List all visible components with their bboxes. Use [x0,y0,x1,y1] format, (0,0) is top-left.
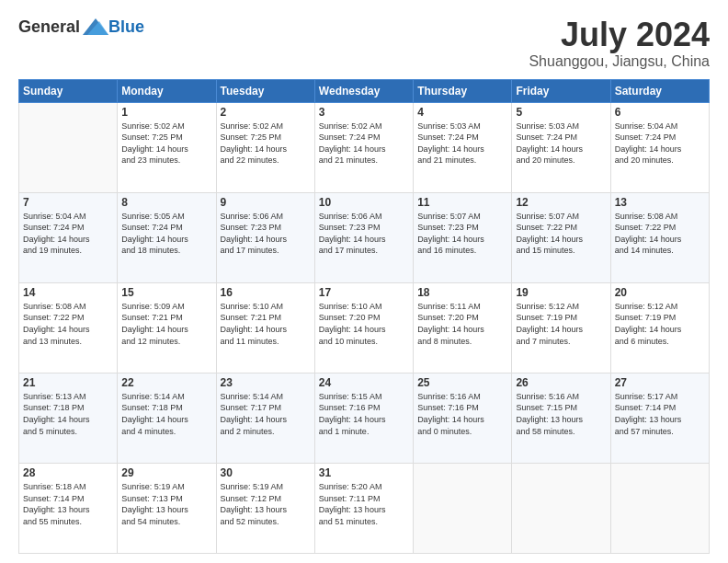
calendar-cell: 11Sunrise: 5:07 AM Sunset: 7:23 PM Dayli… [414,192,512,282]
day-info: Sunrise: 5:10 AM Sunset: 7:21 PM Dayligh… [221,301,311,347]
calendar-cell: 1Sunrise: 5:02 AM Sunset: 7:25 PM Daylig… [118,102,216,192]
day-info: Sunrise: 5:04 AM Sunset: 7:24 PM Dayligh… [615,121,705,167]
day-number: 15 [121,286,211,299]
calendar-cell: 6Sunrise: 5:04 AM Sunset: 7:24 PM Daylig… [610,102,709,192]
day-number: 10 [319,196,409,209]
calendar-cell: 30Sunrise: 5:19 AM Sunset: 7:12 PM Dayli… [216,463,314,553]
calendar-cell: 10Sunrise: 5:06 AM Sunset: 7:23 PM Dayli… [314,192,413,282]
week-row-3: 14Sunrise: 5:08 AM Sunset: 7:22 PM Dayli… [19,282,710,373]
calendar-cell: 17Sunrise: 5:10 AM Sunset: 7:20 PM Dayli… [314,282,413,373]
day-info: Sunrise: 5:08 AM Sunset: 7:22 PM Dayligh… [23,301,113,347]
weekday-monday: Monday [118,79,216,102]
calendar-cell [610,463,709,553]
calendar-table: SundayMondayTuesdayWednesdayThursdayFrid… [18,79,710,554]
calendar-cell [512,463,610,553]
calendar-cell: 23Sunrise: 5:14 AM Sunset: 7:17 PM Dayli… [216,373,314,463]
week-row-2: 7Sunrise: 5:04 AM Sunset: 7:24 PM Daylig… [19,192,710,282]
calendar-cell: 9Sunrise: 5:06 AM Sunset: 7:23 PM Daylig… [216,192,314,282]
day-number: 9 [221,196,311,209]
day-number: 23 [221,376,311,389]
week-row-5: 28Sunrise: 5:18 AM Sunset: 7:14 PM Dayli… [19,463,710,553]
calendar-cell: 22Sunrise: 5:14 AM Sunset: 7:18 PM Dayli… [118,373,216,463]
calendar-cell: 5Sunrise: 5:03 AM Sunset: 7:24 PM Daylig… [512,102,610,192]
weekday-saturday: Saturday [610,79,709,102]
calendar-cell: 13Sunrise: 5:08 AM Sunset: 7:22 PM Dayli… [610,192,709,282]
day-info: Sunrise: 5:18 AM Sunset: 7:14 PM Dayligh… [23,481,113,527]
calendar-cell: 24Sunrise: 5:15 AM Sunset: 7:16 PM Dayli… [314,373,413,463]
day-number: 29 [121,466,211,479]
day-info: Sunrise: 5:07 AM Sunset: 7:23 PM Dayligh… [417,211,507,257]
calendar-cell: 25Sunrise: 5:16 AM Sunset: 7:16 PM Dayli… [414,373,512,463]
calendar-cell: 2Sunrise: 5:02 AM Sunset: 7:25 PM Daylig… [216,102,314,192]
day-info: Sunrise: 5:08 AM Sunset: 7:22 PM Dayligh… [615,211,705,257]
day-info: Sunrise: 5:11 AM Sunset: 7:20 PM Dayligh… [417,301,507,347]
month-title: July 2024 [529,17,710,53]
day-number: 17 [319,286,409,299]
day-info: Sunrise: 5:15 AM Sunset: 7:16 PM Dayligh… [319,391,409,437]
week-row-1: 1Sunrise: 5:02 AM Sunset: 7:25 PM Daylig… [19,102,710,192]
day-info: Sunrise: 5:05 AM Sunset: 7:24 PM Dayligh… [121,211,211,257]
day-number: 3 [319,106,409,119]
day-number: 28 [23,466,113,479]
calendar-cell: 12Sunrise: 5:07 AM Sunset: 7:22 PM Dayli… [512,192,610,282]
day-number: 2 [221,106,311,119]
header: General Blue July 2024 Shuanggou, Jiangs… [18,17,710,70]
day-number: 4 [417,106,507,119]
day-info: Sunrise: 5:12 AM Sunset: 7:19 PM Dayligh… [516,301,606,347]
day-number: 8 [121,196,211,209]
day-info: Sunrise: 5:02 AM Sunset: 7:24 PM Dayligh… [319,121,409,167]
weekday-friday: Friday [512,79,610,102]
day-number: 20 [615,286,705,299]
calendar-cell: 14Sunrise: 5:08 AM Sunset: 7:22 PM Dayli… [19,282,118,373]
calendar-body: 1Sunrise: 5:02 AM Sunset: 7:25 PM Daylig… [19,102,710,553]
day-info: Sunrise: 5:19 AM Sunset: 7:13 PM Dayligh… [121,481,211,527]
day-info: Sunrise: 5:20 AM Sunset: 7:11 PM Dayligh… [319,481,409,527]
day-info: Sunrise: 5:14 AM Sunset: 7:18 PM Dayligh… [121,391,211,437]
weekday-tuesday: Tuesday [216,79,314,102]
day-info: Sunrise: 5:03 AM Sunset: 7:24 PM Dayligh… [516,121,606,167]
page: General Blue July 2024 Shuanggou, Jiangs… [0,0,728,563]
logo-text: General Blue [18,17,144,37]
day-info: Sunrise: 5:02 AM Sunset: 7:25 PM Dayligh… [121,121,211,167]
day-info: Sunrise: 5:02 AM Sunset: 7:25 PM Dayligh… [221,121,311,167]
calendar-cell: 15Sunrise: 5:09 AM Sunset: 7:21 PM Dayli… [118,282,216,373]
logo-general: General [18,17,80,37]
day-info: Sunrise: 5:07 AM Sunset: 7:22 PM Dayligh… [516,211,606,257]
day-info: Sunrise: 5:17 AM Sunset: 7:14 PM Dayligh… [615,391,705,437]
day-number: 26 [516,376,606,389]
calendar-cell: 31Sunrise: 5:20 AM Sunset: 7:11 PM Dayli… [314,463,413,553]
day-info: Sunrise: 5:14 AM Sunset: 7:17 PM Dayligh… [221,391,311,437]
weekday-sunday: Sunday [19,79,118,102]
day-info: Sunrise: 5:12 AM Sunset: 7:19 PM Dayligh… [615,301,705,347]
logo-blue: Blue [108,17,144,37]
calendar-cell: 8Sunrise: 5:05 AM Sunset: 7:24 PM Daylig… [118,192,216,282]
day-number: 6 [615,106,705,119]
day-number: 7 [23,196,113,209]
day-number: 30 [221,466,311,479]
day-number: 18 [417,286,507,299]
calendar-cell: 20Sunrise: 5:12 AM Sunset: 7:19 PM Dayli… [610,282,709,373]
day-info: Sunrise: 5:10 AM Sunset: 7:20 PM Dayligh… [319,301,409,347]
calendar-cell: 26Sunrise: 5:16 AM Sunset: 7:15 PM Dayli… [512,373,610,463]
calendar-cell: 29Sunrise: 5:19 AM Sunset: 7:13 PM Dayli… [118,463,216,553]
logo: General Blue [18,17,144,37]
logo-icon [83,17,108,37]
day-info: Sunrise: 5:06 AM Sunset: 7:23 PM Dayligh… [221,211,311,257]
day-number: 11 [417,196,507,209]
calendar-cell: 4Sunrise: 5:03 AM Sunset: 7:24 PM Daylig… [414,102,512,192]
day-number: 19 [516,286,606,299]
day-number: 24 [319,376,409,389]
calendar-cell: 21Sunrise: 5:13 AM Sunset: 7:18 PM Dayli… [19,373,118,463]
day-number: 31 [319,466,409,479]
day-number: 14 [23,286,113,299]
day-info: Sunrise: 5:16 AM Sunset: 7:16 PM Dayligh… [417,391,507,437]
location: Shuanggou, Jiangsu, China [529,53,710,70]
calendar-cell [414,463,512,553]
calendar-cell: 27Sunrise: 5:17 AM Sunset: 7:14 PM Dayli… [610,373,709,463]
day-info: Sunrise: 5:19 AM Sunset: 7:12 PM Dayligh… [221,481,311,527]
day-number: 27 [615,376,705,389]
title-block: July 2024 Shuanggou, Jiangsu, China [529,17,710,70]
week-row-4: 21Sunrise: 5:13 AM Sunset: 7:18 PM Dayli… [19,373,710,463]
calendar-cell: 16Sunrise: 5:10 AM Sunset: 7:21 PM Dayli… [216,282,314,373]
day-info: Sunrise: 5:16 AM Sunset: 7:15 PM Dayligh… [516,391,606,437]
